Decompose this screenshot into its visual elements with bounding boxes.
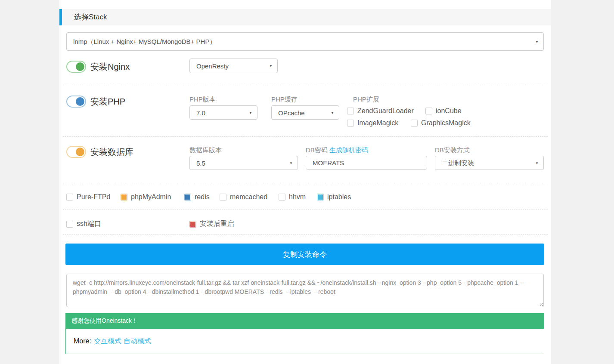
checkbox-graphicsmagick[interactable]: GraphicsMagick xyxy=(411,119,471,127)
db-method-select[interactable]: 二进制安装 ▼ xyxy=(435,156,544,170)
dropdown-arrow-icon: ▼ xyxy=(535,40,539,43)
installer-card: 选择Stack lnmp（Linux + Nginx+ MySQL/MongoD… xyxy=(59,0,551,364)
checkbox-box xyxy=(411,120,418,126)
nginx-toggle-knob xyxy=(76,62,84,71)
db-version-value: 5.5 xyxy=(196,159,205,167)
dropdown-arrow-icon: ▼ xyxy=(249,111,252,114)
db-toggle-label: 安装数据库 xyxy=(90,146,133,158)
checkbox-fill xyxy=(318,194,323,200)
page-background: 选择Stack lnmp（Linux + Nginx+ MySQL/MongoD… xyxy=(0,0,614,364)
checkbox-imagemagick[interactable]: ImageMagick xyxy=(347,119,398,127)
php-toggle-label: 安装PHP xyxy=(90,96,125,108)
checkbox-fill xyxy=(412,120,417,126)
stack-select[interactable]: lnmp（Linux + Nginx+ MySQL/MongoDB+ PHP） … xyxy=(66,32,544,51)
db-version-select[interactable]: 5.5 ▼ xyxy=(189,156,298,170)
checkbox-memcached[interactable]: memcached xyxy=(220,193,267,201)
dropdown-arrow-icon: ▼ xyxy=(535,161,539,165)
checkbox-fill xyxy=(426,108,431,114)
stack-select-value: lnmp（Linux + Nginx+ MySQL/MongoDB+ PHP） xyxy=(73,37,216,46)
dropdown-arrow-icon: ▼ xyxy=(289,161,293,165)
checkbox-label: redis xyxy=(195,193,210,201)
checkbox-phpmyadmin[interactable]: phpMyAdmin xyxy=(121,193,171,201)
generate-random-password-link[interactable]: 生成随机密码 xyxy=(329,146,368,154)
checkbox-label: ImageMagick xyxy=(357,119,398,127)
checkbox-fill xyxy=(348,120,353,126)
checkbox-fill xyxy=(190,222,195,227)
checkbox-label: ssh端口 xyxy=(77,219,101,228)
checkbox-box xyxy=(66,221,73,228)
checkbox-label: memcached xyxy=(230,193,267,201)
section-header-band xyxy=(59,9,551,25)
php-version-select[interactable]: 7.0 ▼ xyxy=(189,105,257,120)
checkbox-fill xyxy=(348,108,353,114)
checkbox-box xyxy=(121,194,127,201)
checkbox-box xyxy=(189,221,196,228)
php-toggle[interactable] xyxy=(66,96,86,108)
checkbox-reboot-after-install[interactable]: 安装后重启 xyxy=(189,219,234,228)
checkbox-box xyxy=(347,108,354,114)
php-version-value: 7.0 xyxy=(196,109,205,116)
checkbox-box xyxy=(317,194,324,201)
checkbox-label: Pure-FTPd xyxy=(77,193,110,201)
checkbox-redis[interactable]: redis xyxy=(184,193,210,201)
checkbox-label: ionCube xyxy=(436,107,462,115)
checkbox-box xyxy=(184,194,191,201)
checkbox-box xyxy=(347,120,354,126)
checkbox-ssh-port[interactable]: ssh端口 xyxy=(66,219,101,228)
checkbox-fill xyxy=(121,194,127,200)
db-password-label-text: DB密码 xyxy=(306,146,328,154)
checkbox-fill xyxy=(185,194,190,200)
nginx-version-value: OpenResty xyxy=(196,62,229,70)
checkbox-hhvm[interactable]: hhvm xyxy=(279,193,306,201)
dropdown-arrow-icon: ▼ xyxy=(269,64,273,68)
checkbox-iptables[interactable]: iptables xyxy=(317,193,351,201)
db-method-label: DB安装方式 xyxy=(435,146,470,154)
checkbox-label: GraphicsMagick xyxy=(421,119,471,127)
db-method-value: 二进制安装 xyxy=(442,159,474,167)
checkbox-label: phpMyAdmin xyxy=(131,193,171,201)
nginx-version-select[interactable]: OpenResty ▼ xyxy=(189,59,278,73)
checkbox-fill xyxy=(279,194,285,200)
section-divider xyxy=(63,234,548,235)
section-divider xyxy=(63,85,548,85)
checkbox-pure-ftpd[interactable]: Pure-FTPd xyxy=(66,193,110,201)
php-cache-label: PHP缓存 xyxy=(271,96,298,104)
copy-install-command-button[interactable]: 复制安装命令 xyxy=(65,244,544,265)
db-password-label: DB密码 生成随机密码 xyxy=(306,146,368,154)
install-command-textarea[interactable]: wget -c http://mirrors.linuxeye.com/onei… xyxy=(66,274,544,307)
php-cache-value: OPcache xyxy=(278,109,305,116)
checkbox-fill xyxy=(67,222,72,227)
checkbox-ioncube[interactable]: ionCube xyxy=(425,107,462,115)
checkbox-box xyxy=(425,108,432,114)
auto-mode-link[interactable]: 自动模式 xyxy=(124,337,151,346)
php-ext-label: PHP扩展 xyxy=(353,96,379,104)
more-panel: More: 交互模式 自动模式 xyxy=(65,328,544,354)
php-toggle-knob xyxy=(76,97,84,106)
checkbox-label: ZendGuardLoader xyxy=(357,107,414,115)
section-header-accent xyxy=(59,9,62,25)
checkbox-fill xyxy=(67,194,72,200)
db-toggle[interactable] xyxy=(66,146,86,158)
checkbox-box xyxy=(66,194,73,201)
nginx-toggle-label: 安装Nginx xyxy=(90,61,130,73)
db-version-label: 数据库版本 xyxy=(189,146,222,154)
checkbox-zendguardloader[interactable]: ZendGuardLoader xyxy=(347,107,414,115)
more-label: More: xyxy=(74,337,91,345)
checkbox-label: iptables xyxy=(327,193,351,201)
page-title: 选择Stack xyxy=(74,9,107,25)
php-version-label: PHP版本 xyxy=(189,96,216,104)
db-password-input[interactable] xyxy=(306,156,427,170)
interactive-mode-link[interactable]: 交互模式 xyxy=(94,337,121,346)
checkbox-label: hhvm xyxy=(289,193,306,201)
section-divider xyxy=(63,136,548,137)
checkbox-fill xyxy=(220,194,226,200)
checkbox-box xyxy=(220,194,226,201)
db-toggle-knob xyxy=(76,148,84,156)
nginx-toggle[interactable] xyxy=(66,61,86,73)
section-divider xyxy=(63,210,548,210)
thanks-banner: 感谢您使用Oneinstack！ xyxy=(65,313,544,328)
section-divider xyxy=(63,183,548,183)
php-cache-select[interactable]: OPcache ▼ xyxy=(271,105,339,120)
checkbox-label: 安装后重启 xyxy=(200,219,234,228)
checkbox-box xyxy=(279,194,285,201)
